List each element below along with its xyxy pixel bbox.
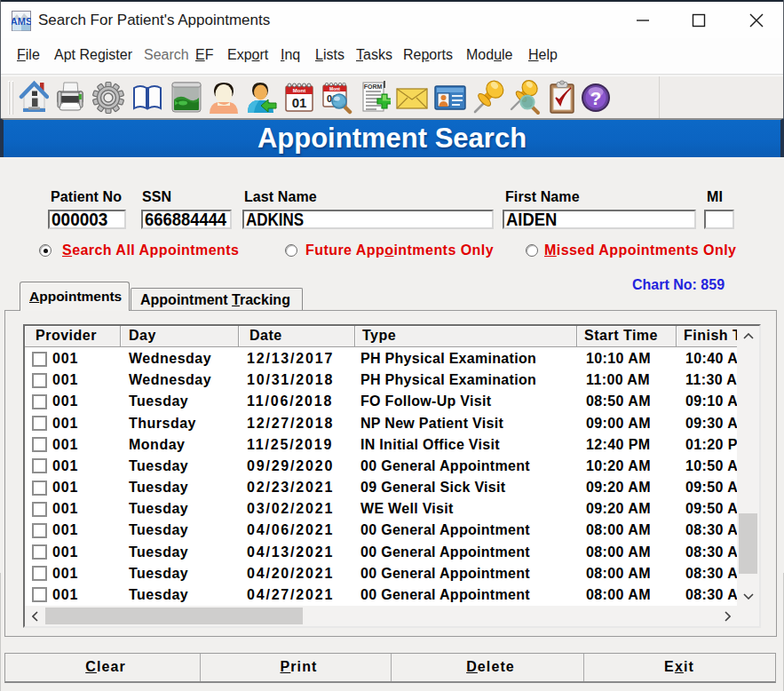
svg-text:AMS: AMS xyxy=(12,16,31,27)
svg-text:Mont: Mont xyxy=(329,86,340,91)
svg-text:?: ? xyxy=(590,88,602,108)
svg-text:01: 01 xyxy=(292,95,307,110)
svg-text:FORM: FORM xyxy=(364,83,383,90)
svg-text:Mont: Mont xyxy=(293,88,305,93)
